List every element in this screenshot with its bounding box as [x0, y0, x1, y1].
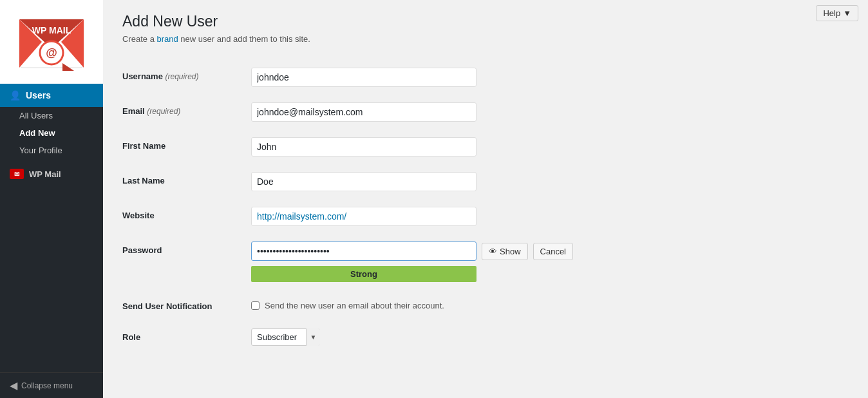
sidebar-wp-mail-label: WP Mail — [29, 169, 61, 179]
first-name-label-cell: First Name — [122, 129, 251, 164]
username-row: Username (required) — [122, 60, 637, 95]
sidebar-item-add-new[interactable]: Add New — [0, 124, 103, 142]
user-icon: 👤 — [10, 90, 21, 100]
notification-label-cell: Send User Notification — [122, 290, 251, 321]
last-name-input-cell — [251, 164, 637, 199]
website-label: Website — [122, 211, 155, 220]
notification-text: Send the new user an email about their a… — [265, 301, 444, 310]
notification-group: Send the new user an email about their a… — [251, 301, 637, 310]
last-name-label-cell: Last Name — [122, 164, 251, 199]
top-bar: Help ▼ — [806, 0, 868, 26]
last-name-label: Last Name — [122, 176, 165, 185]
page-subtitle: Create a brand new user and add them to … — [122, 34, 849, 44]
sidebar-logo: WP MAIL @ — [0, 0, 103, 84]
email-row: Email (required) — [122, 95, 637, 129]
form-table: Username (required) Email (required) Fir… — [122, 60, 637, 354]
role-row: Role Subscriber Contributor Author Edito… — [122, 321, 637, 354]
role-label-cell: Role — [122, 321, 251, 354]
notification-input-cell: Send the new user an email about their a… — [251, 290, 637, 321]
sidebar-users-label: Users — [26, 90, 51, 100]
password-label-cell: Password — [122, 234, 251, 290]
chevron-down-icon: ▼ — [843, 8, 851, 18]
role-input-cell: Subscriber Contributor Author Editor Adm… — [251, 321, 637, 354]
first-name-label: First Name — [122, 141, 165, 151]
username-required: (required) — [165, 72, 199, 81]
username-label-cell: Username (required) — [122, 60, 251, 95]
send-notification-label: Send User Notification — [122, 301, 212, 311]
envelope-icon: ✉ — [10, 169, 24, 179]
logo-image: WP MAIL @ — [16, 6, 87, 77]
email-label-cell: Email (required) — [122, 95, 251, 129]
first-name-row: First Name — [122, 129, 637, 164]
password-input[interactable] — [251, 242, 476, 261]
password-input-row: 👁 Show Cancel — [251, 242, 573, 261]
website-row: Website — [122, 199, 637, 234]
sidebar-collapse[interactable]: ◀ Collapse menu — [0, 372, 103, 398]
password-input-cell: 👁 Show Cancel Strong — [251, 234, 637, 290]
role-label: Role — [122, 332, 140, 342]
first-name-input[interactable] — [251, 137, 476, 156]
cancel-password-button[interactable]: Cancel — [533, 243, 573, 260]
password-strength-indicator: Strong — [251, 266, 476, 282]
main-content: Help ▼ Add New User Create a brand new u… — [103, 0, 868, 398]
password-label: Password — [122, 245, 162, 255]
password-field-group: 👁 Show Cancel Strong — [251, 242, 637, 282]
brand-link[interactable]: brand — [156, 34, 178, 44]
website-input-cell — [251, 199, 637, 234]
svg-text:@: @ — [46, 46, 57, 59]
notification-checkbox[interactable] — [251, 301, 259, 310]
username-label: Username — [122, 71, 163, 81]
role-select-wrapper: Subscriber Contributor Author Editor Adm… — [251, 328, 320, 346]
sidebar-item-users[interactable]: 👤 Users — [0, 84, 103, 107]
sidebar-submenu: All Users Add New Your Profile — [0, 107, 103, 159]
show-label: Show — [500, 247, 521, 256]
collapse-icon: ◀ — [10, 379, 17, 392]
website-input[interactable] — [251, 207, 476, 226]
last-name-row: Last Name — [122, 164, 637, 199]
help-button[interactable]: Help ▼ — [816, 5, 858, 21]
email-input[interactable] — [251, 102, 476, 122]
sidebar-nav: 👤 Users All Users Add New Your Profile ✉… — [0, 84, 103, 372]
role-select[interactable]: Subscriber Contributor Author Editor Adm… — [251, 328, 320, 346]
sidebar: WP MAIL @ 👤 Users All Users Add New Your… — [0, 0, 103, 398]
email-required: (required) — [147, 107, 180, 116]
cancel-label: Cancel — [540, 247, 566, 256]
username-input[interactable] — [251, 68, 476, 87]
email-label: Email — [122, 106, 145, 116]
svg-text:WP MAIL: WP MAIL — [32, 25, 71, 35]
sidebar-item-all-users[interactable]: All Users — [0, 107, 103, 124]
username-input-cell — [251, 60, 637, 95]
notification-row: Send User Notification Send the new user… — [122, 290, 637, 321]
password-row: Password 👁 Show Cancel Strong — [122, 234, 637, 290]
email-input-cell — [251, 95, 637, 129]
page-title: Add New User — [122, 13, 849, 30]
sidebar-item-wp-mail[interactable]: ✉ WP Mail — [0, 162, 103, 185]
website-label-cell: Website — [122, 199, 251, 234]
help-label: Help — [823, 8, 840, 18]
eye-icon: 👁 — [489, 247, 497, 256]
first-name-input-cell — [251, 129, 637, 164]
sidebar-item-your-profile[interactable]: Your Profile — [0, 142, 103, 159]
last-name-input[interactable] — [251, 172, 476, 191]
collapse-label: Collapse menu — [21, 381, 73, 390]
show-password-button[interactable]: 👁 Show — [482, 243, 528, 260]
